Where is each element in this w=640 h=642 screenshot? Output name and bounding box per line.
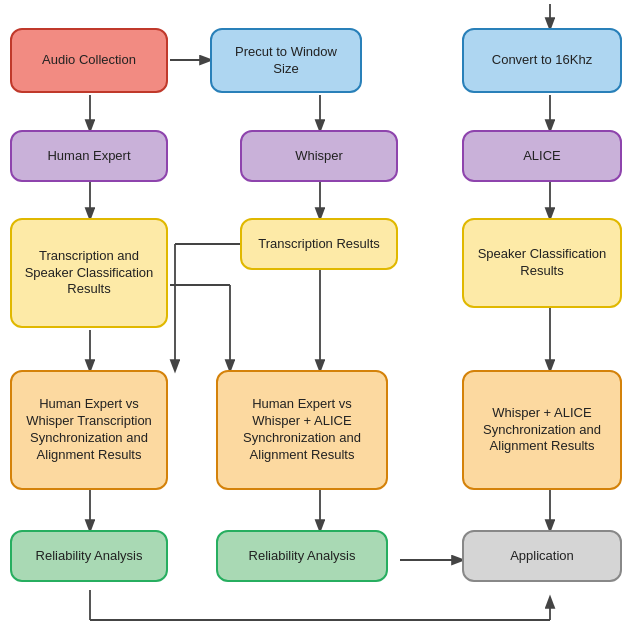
convert-node: Convert to 16Khz — [462, 28, 622, 93]
sync2-node: Human Expert vs Whisper + ALICE Synchron… — [216, 370, 388, 490]
reliability1-node: Reliability Analysis — [10, 530, 168, 582]
audio-collection-node: Audio Collection — [10, 28, 168, 93]
flowchart-diagram: Audio Collection Precut to Window Size C… — [0, 0, 640, 642]
transcription-speaker-node: Transcription and Speaker Classification… — [10, 218, 168, 328]
whisper-node: Whisper — [240, 130, 398, 182]
sync1-node: Human Expert vs Whisper Transcription Sy… — [10, 370, 168, 490]
human-expert-node: Human Expert — [10, 130, 168, 182]
alice-node: ALICE — [462, 130, 622, 182]
speaker-class-node: Speaker Classification Results — [462, 218, 622, 308]
application-node: Application — [462, 530, 622, 582]
transcription-results-node: Transcription Results — [240, 218, 398, 270]
reliability2-node: Reliability Analysis — [216, 530, 388, 582]
sync3-node: Whisper + ALICE Synchronization and Alig… — [462, 370, 622, 490]
precut-node: Precut to Window Size — [210, 28, 362, 93]
